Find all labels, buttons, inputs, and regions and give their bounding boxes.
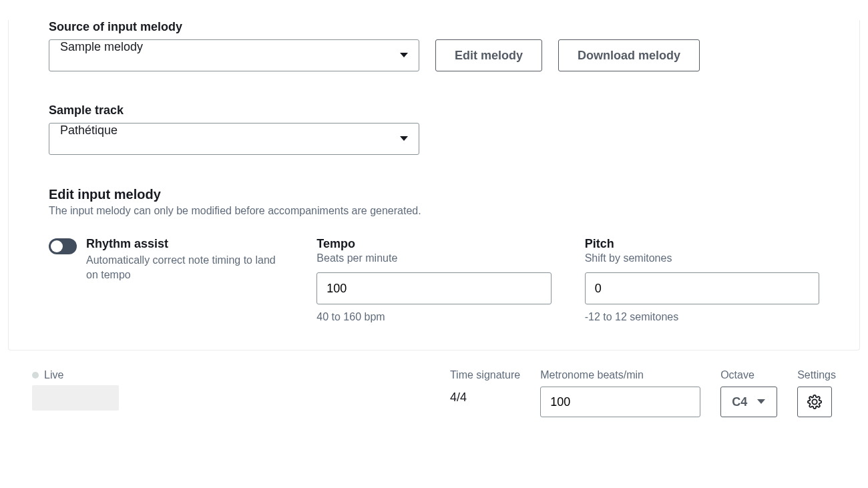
metronome-control: Metronome beats/min [540, 369, 700, 417]
edit-melody-title: Edit input melody [49, 187, 819, 202]
tempo-label: Tempo [316, 237, 551, 251]
metronome-input[interactable] [540, 387, 700, 417]
edit-melody-button[interactable]: Edit melody [435, 39, 542, 71]
time-signature-value: 4/4 [450, 391, 520, 405]
octave-control: Octave C4 [720, 369, 777, 417]
settings-button[interactable] [797, 387, 832, 417]
gear-icon [807, 395, 822, 409]
live-status: Live [32, 369, 430, 381]
settings-label: Settings [797, 369, 836, 381]
source-field: Source of input melody Sample melody Edi… [49, 20, 819, 71]
rhythm-assist-desc: Automatically correct note timing to lan… [86, 253, 283, 283]
footer-bar: Live Time signature 4/4 Metronome beats/… [8, 350, 860, 424]
source-label: Source of input melody [49, 20, 819, 34]
pitch-label: Pitch [585, 237, 819, 251]
sample-track-select[interactable]: Pathétique [49, 123, 419, 155]
live-label: Live [44, 369, 63, 381]
sample-track-field: Sample track Pathétique [49, 103, 819, 155]
rhythm-assist-control: Rhythm assist Automatically correct note… [49, 237, 283, 283]
octave-select[interactable]: C4 [720, 387, 777, 417]
live-dot-icon [32, 372, 39, 379]
tempo-control: Tempo Beats per minute 40 to 160 bpm [316, 237, 551, 323]
edit-melody-desc: The input melody can only be modified be… [49, 205, 819, 217]
pitch-hint: -12 to 12 semitones [585, 311, 819, 323]
pitch-sublabel: Shift by semitones [585, 252, 819, 264]
melody-panel: Source of input melody Sample melody Edi… [8, 20, 860, 350]
settings-control: Settings [797, 369, 836, 417]
toggle-knob [51, 240, 63, 252]
tempo-input[interactable] [316, 272, 551, 304]
source-select-value: Sample melody [49, 39, 419, 71]
pitch-input[interactable] [585, 272, 819, 304]
metronome-label: Metronome beats/min [540, 369, 700, 381]
sample-track-value: Pathétique [49, 123, 419, 155]
tempo-sublabel: Beats per minute [316, 252, 551, 264]
live-placeholder [32, 385, 119, 411]
time-signature-label: Time signature [450, 369, 520, 381]
source-select[interactable]: Sample melody [49, 39, 419, 71]
chevron-down-icon [756, 399, 766, 405]
download-melody-button[interactable]: Download melody [558, 39, 700, 71]
octave-value: C4 [732, 395, 747, 409]
rhythm-assist-toggle[interactable] [49, 238, 77, 254]
pitch-control: Pitch Shift by semitones -12 to 12 semit… [585, 237, 819, 323]
rhythm-assist-label: Rhythm assist [86, 237, 283, 251]
octave-label: Octave [720, 369, 777, 381]
sample-track-label: Sample track [49, 103, 819, 117]
time-signature-control: Time signature 4/4 [450, 369, 520, 405]
tempo-hint: 40 to 160 bpm [316, 311, 551, 323]
